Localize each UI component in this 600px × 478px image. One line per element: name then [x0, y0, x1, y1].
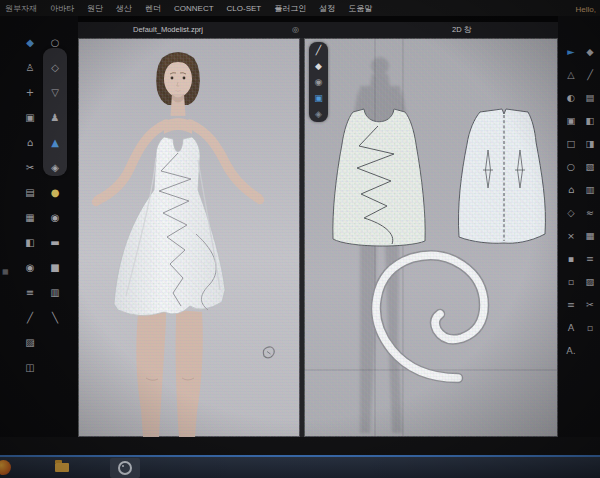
pin-tool-icon[interactable]: + [21, 80, 39, 105]
simulate-diamond-icon[interactable]: ◆ [21, 30, 39, 55]
fullness-icon[interactable]: ≈ [581, 201, 599, 224]
left-tool-column-1: ◆♙+▣⌂✂▤▦◧◉≡╱▨◫ [21, 30, 39, 380]
menu-bar: 원부자재아바타원단생산렌더CONNECTCLO-SET플러그인설정도움말 [0, 0, 600, 16]
garment-display-icon[interactable]: ◇ [46, 55, 64, 80]
spool-icon[interactable]: ▥ [46, 280, 64, 305]
annotation-icon[interactable]: A. [562, 339, 580, 362]
clo3d-application-window: 원부자재아바타원단생산렌더CONNECTCLO-SET플러그인설정도움말 ← H… [0, 0, 600, 478]
project-tab[interactable]: Default_Modelist.zprj [133, 25, 203, 34]
light-icon[interactable]: ● [46, 180, 64, 205]
panel-2d-tools: ╱◆◉▣◈ [309, 42, 328, 122]
clo-app-icon[interactable] [110, 458, 140, 478]
clo-logo-ring [118, 461, 132, 475]
render-view-icon[interactable]: ○ [46, 30, 64, 55]
pattern-piece-back[interactable] [458, 109, 545, 243]
texture-edit-icon[interactable]: ▥ [581, 178, 599, 201]
texture-icon[interactable]: ▤ [21, 180, 39, 205]
baseline-icon[interactable]: ▤ [581, 86, 599, 109]
layer-icon[interactable]: ◈ [311, 106, 327, 122]
transform-pattern-icon[interactable]: ► [562, 40, 580, 63]
ruler-icon[interactable]: ╱ [581, 63, 599, 86]
pan-cursor-icon [263, 347, 274, 358]
measure-icon[interactable]: ╱ [21, 305, 39, 330]
fabric-bolt-icon[interactable]: ■ [46, 255, 64, 280]
avatar-3d[interactable] [78, 38, 300, 437]
avatar-right-leg [176, 310, 203, 437]
right-tool-column-1: ►△◐▣□○⌂◇×▪▫≡AA. [562, 40, 580, 362]
print-layout-icon[interactable]: ▫ [581, 316, 599, 339]
right-tool-column-2: ◆╱▤◧◨▧▥≈▦≡▨✂▫ [581, 40, 599, 339]
menu-materials[interactable]: 원부자재 [5, 3, 37, 14]
avatar-face [164, 61, 192, 97]
add-point-icon[interactable]: ▣ [562, 109, 580, 132]
notch-tool-icon[interactable]: × [562, 224, 580, 247]
avatar-left-leg [136, 310, 166, 437]
trim-icon[interactable]: ◧ [21, 230, 39, 255]
text-tool-icon[interactable]: A [562, 316, 580, 339]
line-tool-icon[interactable]: ╱ [311, 42, 327, 58]
sewing-machine-icon[interactable]: ⌂ [21, 130, 39, 155]
menu-settings[interactable]: 설정 [319, 3, 335, 14]
hatch-icon[interactable]: ▨ [581, 270, 599, 293]
menu-production[interactable]: 생산 [116, 3, 132, 14]
menu-fabric[interactable]: 원단 [87, 3, 103, 14]
circle-tool-icon[interactable]: ○ [562, 155, 580, 178]
sewing-tool-icon[interactable]: ▣ [21, 105, 39, 130]
menu-plugin[interactable]: 플러그인 [274, 3, 306, 14]
hand-tool-icon[interactable]: ╲ [46, 305, 64, 330]
zipper-icon[interactable]: ≡ [21, 280, 39, 305]
fabric-display-icon[interactable]: ▽ [46, 80, 64, 105]
pattern-piece-front[interactable] [333, 109, 425, 246]
viewport-3d[interactable] [78, 38, 300, 437]
grid-icon[interactable]: ▦ [581, 224, 599, 247]
gizmo-icon[interactable]: ◉ [46, 205, 64, 230]
flatten-icon[interactable]: ◫ [21, 355, 39, 380]
layout-icon[interactable]: ≡ [581, 247, 599, 270]
fabric-roll-icon[interactable]: ▬ [46, 230, 64, 255]
file-explorer-icon[interactable] [55, 463, 69, 472]
shirt-back-icon[interactable]: ◨ [581, 132, 599, 155]
edit-curvature-icon[interactable]: ◐ [562, 86, 580, 109]
pattern-outline-icon[interactable]: ◆ [581, 40, 599, 63]
shrinkage-icon[interactable]: ▧ [581, 155, 599, 178]
transform-tool-icon[interactable]: ◆ [311, 58, 327, 74]
menu-avatar[interactable]: 아바타 [50, 3, 74, 14]
edit-pattern-icon[interactable]: △ [562, 63, 580, 86]
gear-icon[interactable]: ◎ [292, 25, 299, 34]
windows-taskbar [0, 455, 600, 478]
fabric-icon[interactable]: ▦ [21, 205, 39, 230]
tape-icon[interactable]: ▨ [21, 330, 39, 355]
browser-icon[interactable] [0, 460, 11, 475]
avatar-tool-icon[interactable]: ♙ [21, 55, 39, 80]
avatar-display-icon[interactable]: ♟ [46, 105, 64, 130]
desktop-grid-icon: ▦ [2, 268, 9, 276]
viewport-2d[interactable] [304, 38, 558, 437]
dart-tool-icon[interactable]: ◇ [562, 201, 580, 224]
app-bottom-edge [0, 437, 600, 455]
grading-icon[interactable]: ≡ [562, 293, 580, 316]
cut-sew-icon[interactable]: ✂ [581, 293, 599, 316]
menu-help[interactable]: 도움말 [348, 3, 372, 14]
tab-strip: Default_Modelist.zprj ◎ 2D 창 [78, 22, 558, 38]
button-tool-icon[interactable]: ◉ [21, 255, 39, 280]
shirt-front-icon[interactable]: ◧ [581, 109, 599, 132]
show-pattern-icon[interactable]: ▣ [311, 90, 327, 106]
left-tool-column-2: ○◇▽♟▲◈●◉▬■▥╲ [46, 30, 64, 330]
simulate-icon[interactable]: ▲ [46, 130, 64, 155]
menu-clo-set[interactable]: CLO-SET [227, 4, 262, 13]
seam-allowance-icon[interactable]: ▪ [562, 247, 580, 270]
rectangle-tool-icon[interactable]: □ [562, 132, 580, 155]
window-2d-label: 2D 창 [452, 25, 471, 35]
account-greeting: Hello, [576, 5, 596, 14]
scissors-icon[interactable]: ✂ [21, 155, 39, 180]
menu-render[interactable]: 렌더 [145, 3, 161, 14]
trace-tool-icon[interactable]: ▫ [562, 270, 580, 293]
pin-display-icon[interactable]: ◈ [46, 155, 64, 180]
polygon-tool-icon[interactable]: ⌂ [562, 178, 580, 201]
avatar-right-arm [190, 124, 258, 198]
menu-connect[interactable]: CONNECT [174, 4, 214, 13]
info-icon[interactable]: ◉ [311, 74, 327, 90]
